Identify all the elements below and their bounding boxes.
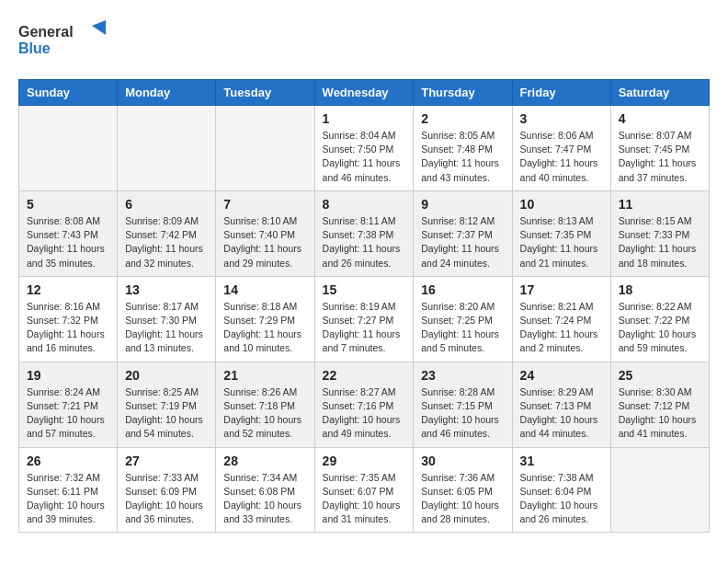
calendar-cell: 1Sunrise: 8:04 AM Sunset: 7:50 PM Daylig… (314, 106, 414, 191)
calendar-cell: 7Sunrise: 8:10 AM Sunset: 7:40 PM Daylig… (216, 190, 314, 276)
day-info: Sunrise: 8:08 AM Sunset: 7:43 PM Dayligh… (27, 214, 109, 270)
calendar-cell: 6Sunrise: 8:09 AM Sunset: 7:42 PM Daylig… (118, 190, 216, 276)
day-info: Sunrise: 8:15 AM Sunset: 7:33 PM Dayligh… (619, 214, 701, 270)
svg-marker-1 (92, 20, 106, 35)
day-info: Sunrise: 8:05 AM Sunset: 7:48 PM Dayligh… (421, 129, 504, 185)
day-number: 1 (323, 111, 406, 126)
calendar-cell (19, 106, 118, 191)
day-number: 15 (323, 282, 406, 297)
weekday-header-thursday: Thursday (414, 80, 512, 106)
calendar-cell: 22Sunrise: 8:27 AM Sunset: 7:16 PM Dayli… (314, 362, 414, 447)
day-info: Sunrise: 8:11 AM Sunset: 7:38 PM Dayligh… (323, 214, 406, 270)
calendar-cell: 16Sunrise: 8:20 AM Sunset: 7:25 PM Dayli… (414, 276, 512, 362)
day-number: 5 (27, 197, 109, 212)
calendar-cell: 10Sunrise: 8:13 AM Sunset: 7:35 PM Dayli… (512, 190, 610, 276)
day-number: 18 (619, 282, 701, 297)
calendar-cell: 14Sunrise: 8:18 AM Sunset: 7:29 PM Dayli… (216, 276, 314, 362)
day-info: Sunrise: 7:33 AM Sunset: 6:09 PM Dayligh… (125, 471, 208, 527)
day-number: 26 (27, 454, 109, 468)
calendar-cell: 27Sunrise: 7:33 AM Sunset: 6:09 PM Dayli… (118, 447, 216, 533)
day-number: 27 (125, 454, 208, 468)
svg-text:General: General (18, 24, 74, 40)
calendar-cell: 18Sunrise: 8:22 AM Sunset: 7:22 PM Dayli… (610, 276, 709, 362)
day-info: Sunrise: 8:12 AM Sunset: 7:37 PM Dayligh… (421, 214, 504, 270)
day-info: Sunrise: 8:30 AM Sunset: 7:12 PM Dayligh… (619, 385, 701, 442)
day-number: 16 (421, 282, 504, 297)
day-number: 17 (520, 282, 603, 297)
weekday-header-row: SundayMondayTuesdayWednesdayThursdayFrid… (19, 80, 710, 106)
calendar-cell: 20Sunrise: 8:25 AM Sunset: 7:19 PM Dayli… (118, 362, 216, 447)
calendar-cell: 4Sunrise: 8:07 AM Sunset: 7:45 PM Daylig… (610, 106, 709, 191)
day-info: Sunrise: 8:29 AM Sunset: 7:13 PM Dayligh… (520, 385, 603, 442)
day-info: Sunrise: 7:35 AM Sunset: 6:07 PM Dayligh… (323, 471, 406, 527)
day-number: 4 (619, 111, 701, 126)
calendar-cell (216, 106, 314, 191)
day-number: 8 (323, 197, 406, 212)
day-info: Sunrise: 8:04 AM Sunset: 7:50 PM Dayligh… (323, 129, 406, 185)
calendar-cell (610, 447, 709, 533)
calendar-cell: 12Sunrise: 8:16 AM Sunset: 7:32 PM Dayli… (19, 276, 118, 362)
calendar-cell: 30Sunrise: 7:36 AM Sunset: 6:05 PM Dayli… (414, 447, 512, 533)
day-number: 25 (619, 368, 701, 383)
calendar-week-1: 1Sunrise: 8:04 AM Sunset: 7:50 PM Daylig… (19, 106, 710, 191)
day-number: 22 (323, 368, 406, 383)
weekday-header-friday: Friday (512, 80, 610, 106)
calendar-cell: 9Sunrise: 8:12 AM Sunset: 7:37 PM Daylig… (414, 190, 512, 276)
day-number: 23 (421, 368, 504, 383)
day-number: 11 (619, 197, 701, 212)
day-info: Sunrise: 8:06 AM Sunset: 7:47 PM Dayligh… (520, 129, 603, 185)
day-number: 19 (27, 368, 109, 383)
day-info: Sunrise: 8:22 AM Sunset: 7:22 PM Dayligh… (619, 300, 701, 356)
day-number: 13 (125, 282, 208, 297)
calendar-cell: 15Sunrise: 8:19 AM Sunset: 7:27 PM Dayli… (314, 276, 414, 362)
day-info: Sunrise: 8:09 AM Sunset: 7:42 PM Dayligh… (125, 214, 208, 270)
day-number: 2 (421, 111, 504, 126)
day-number: 10 (520, 197, 603, 212)
weekday-header-sunday: Sunday (19, 80, 118, 106)
day-info: Sunrise: 7:38 AM Sunset: 6:04 PM Dayligh… (520, 471, 603, 527)
day-info: Sunrise: 8:24 AM Sunset: 7:21 PM Dayligh… (27, 385, 109, 442)
day-info: Sunrise: 8:25 AM Sunset: 7:19 PM Dayligh… (125, 385, 208, 442)
calendar-cell: 3Sunrise: 8:06 AM Sunset: 7:47 PM Daylig… (512, 106, 610, 191)
day-info: Sunrise: 8:19 AM Sunset: 7:27 PM Dayligh… (323, 300, 406, 356)
calendar-cell: 29Sunrise: 7:35 AM Sunset: 6:07 PM Dayli… (314, 447, 414, 533)
day-info: Sunrise: 8:07 AM Sunset: 7:45 PM Dayligh… (619, 129, 701, 185)
calendar-cell: 19Sunrise: 8:24 AM Sunset: 7:21 PM Dayli… (19, 362, 118, 447)
day-info: Sunrise: 8:27 AM Sunset: 7:16 PM Dayligh… (323, 385, 406, 442)
day-number: 6 (125, 197, 208, 212)
day-number: 28 (223, 454, 306, 468)
calendar-cell: 8Sunrise: 8:11 AM Sunset: 7:38 PM Daylig… (314, 190, 414, 276)
logo: GeneralBlue (18, 18, 129, 64)
svg-text:Blue: Blue (18, 40, 51, 56)
calendar-week-5: 26Sunrise: 7:32 AM Sunset: 6:11 PM Dayli… (19, 447, 710, 533)
calendar-cell: 2Sunrise: 8:05 AM Sunset: 7:48 PM Daylig… (414, 106, 512, 191)
day-info: Sunrise: 8:28 AM Sunset: 7:15 PM Dayligh… (421, 385, 504, 442)
day-number: 24 (520, 368, 603, 383)
calendar: SundayMondayTuesdayWednesdayThursdayFrid… (18, 79, 710, 533)
calendar-cell: 13Sunrise: 8:17 AM Sunset: 7:30 PM Dayli… (118, 276, 216, 362)
calendar-cell (118, 106, 216, 191)
day-number: 30 (421, 454, 504, 468)
calendar-cell: 5Sunrise: 8:08 AM Sunset: 7:43 PM Daylig… (19, 190, 118, 276)
day-info: Sunrise: 8:20 AM Sunset: 7:25 PM Dayligh… (421, 300, 504, 356)
day-number: 29 (323, 454, 406, 468)
calendar-week-4: 19Sunrise: 8:24 AM Sunset: 7:21 PM Dayli… (19, 362, 710, 447)
day-number: 20 (125, 368, 208, 383)
day-number: 3 (520, 111, 603, 126)
weekday-header-tuesday: Tuesday (216, 80, 314, 106)
calendar-cell: 26Sunrise: 7:32 AM Sunset: 6:11 PM Dayli… (19, 447, 118, 533)
day-info: Sunrise: 7:34 AM Sunset: 6:08 PM Dayligh… (223, 471, 306, 527)
calendar-cell: 23Sunrise: 8:28 AM Sunset: 7:15 PM Dayli… (414, 362, 512, 447)
weekday-header-saturday: Saturday (610, 80, 709, 106)
day-number: 7 (223, 197, 306, 212)
day-number: 12 (27, 282, 109, 297)
calendar-week-2: 5Sunrise: 8:08 AM Sunset: 7:43 PM Daylig… (19, 190, 710, 276)
day-info: Sunrise: 8:26 AM Sunset: 7:18 PM Dayligh… (223, 385, 306, 442)
day-info: Sunrise: 8:10 AM Sunset: 7:40 PM Dayligh… (223, 214, 306, 270)
weekday-header-wednesday: Wednesday (314, 80, 414, 106)
calendar-week-3: 12Sunrise: 8:16 AM Sunset: 7:32 PM Dayli… (19, 276, 710, 362)
calendar-cell: 24Sunrise: 8:29 AM Sunset: 7:13 PM Dayli… (512, 362, 610, 447)
calendar-cell: 28Sunrise: 7:34 AM Sunset: 6:08 PM Dayli… (216, 447, 314, 533)
calendar-cell: 21Sunrise: 8:26 AM Sunset: 7:18 PM Dayli… (216, 362, 314, 447)
day-info: Sunrise: 8:18 AM Sunset: 7:29 PM Dayligh… (223, 300, 306, 356)
